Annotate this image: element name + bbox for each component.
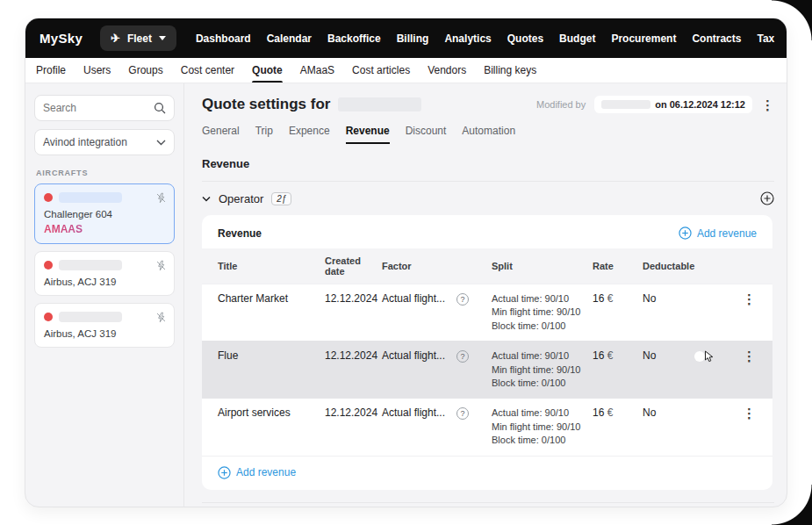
currency-symbol: € xyxy=(607,406,614,419)
split-min-flight-time: Min flight time: 90/10 xyxy=(492,306,593,319)
aircraft-model: Challenger 604 xyxy=(44,209,165,219)
subnav-vendors[interactable]: Vendors xyxy=(428,58,466,83)
tab-discount[interactable]: Discount xyxy=(406,125,447,144)
cell-rate: 16 € xyxy=(593,292,643,305)
panel-title: Revenue xyxy=(218,227,262,240)
redacted-tail-number xyxy=(59,192,122,203)
aircrafts-section-label: AIRCRAFTS xyxy=(36,169,173,177)
row-kebab-menu-icon[interactable]: ⋮ xyxy=(743,292,757,306)
col-title: Title xyxy=(218,261,325,271)
cell-rate: 16 € xyxy=(593,406,643,419)
split-block-time: Block time: 0/100 xyxy=(492,377,593,390)
nav-backoffice[interactable]: Backoffice xyxy=(327,18,381,58)
cell-factor: Actual flight... xyxy=(382,292,456,305)
cell-created-date: 12.12.2024 xyxy=(325,292,382,305)
modified-by-label: Modified by xyxy=(536,99,586,110)
row-kebab-menu-icon[interactable]: ⋮ xyxy=(743,349,757,363)
tab-revenue[interactable]: Revenue xyxy=(346,125,390,144)
nav-tax[interactable]: Tax xyxy=(757,18,774,58)
modified-by-area: Modified by on 06.12.2024 12:12 ⋮ xyxy=(536,96,774,113)
help-circle-icon[interactable]: ? xyxy=(456,407,469,420)
tab-expence[interactable]: Expence xyxy=(289,125,330,144)
nav-quotes[interactable]: Quotes xyxy=(507,18,543,58)
cell-split: Actual time: 90/10 Min flight time: 90/1… xyxy=(492,406,593,447)
panel-header: Revenue Add revenue xyxy=(202,225,772,248)
settings-sub-navigation: Profile Users Groups Cost center Quote A… xyxy=(25,58,787,83)
quote-settings-main: Quote settings for Modified by on 06.12.… xyxy=(184,83,787,507)
status-dot-red xyxy=(44,261,53,270)
split-block-time: Block time: 0/100 xyxy=(492,320,593,333)
table-header-row: Title Created date Factor Split Rate Ded… xyxy=(202,248,772,284)
help-circle-icon[interactable]: ? xyxy=(456,350,469,363)
subnav-users[interactable]: Users xyxy=(83,58,111,83)
main-menu: Dashboard Calendar Backoffice Billing An… xyxy=(196,18,787,58)
aircraft-card-airbus-2[interactable]: Airbus, ACJ 319 xyxy=(34,303,175,348)
split-min-flight-time: Min flight time: 90/10 xyxy=(492,421,593,434)
header-kebab-menu-icon[interactable]: ⋮ xyxy=(761,98,774,111)
fleet-selector[interactable]: ✈ Fleet xyxy=(100,25,176,51)
add-revenue-label: Add revenue xyxy=(236,466,296,478)
integration-select-value: Avinod integration xyxy=(43,136,151,148)
top-navigation-bar: MySky ✈ Fleet Dashboard Calendar Backoff… xyxy=(25,18,787,58)
operator-add-icon[interactable] xyxy=(760,191,774,205)
nav-procurement[interactable]: Procurement xyxy=(611,18,676,58)
add-revenue-link-bottom[interactable]: Add revenue xyxy=(218,466,757,479)
modified-date: on 06.12.2024 12:12 xyxy=(655,99,745,110)
row-kebab-menu-icon[interactable]: ⋮ xyxy=(743,406,757,420)
add-revenue-link-top[interactable]: Add revenue xyxy=(679,227,757,240)
split-actual-time: Actual time: 90/10 xyxy=(492,292,593,306)
col-rate: Rate xyxy=(593,261,643,271)
tab-trip[interactable]: Trip xyxy=(255,125,273,144)
aircraft-tag-amaas: AMAAS xyxy=(44,223,165,235)
col-split: Split xyxy=(492,261,593,271)
split-actual-time: Actual time: 90/10 xyxy=(492,349,593,363)
cell-created-date: 12.12.2024 xyxy=(325,406,382,419)
cell-rate: 16 € xyxy=(593,349,643,362)
status-dot-red xyxy=(44,313,53,321)
nav-billing[interactable]: Billing xyxy=(397,18,429,58)
flash-off-icon xyxy=(155,312,167,323)
tab-general[interactable]: General xyxy=(202,125,240,144)
nav-analytics[interactable]: Analytics xyxy=(444,18,491,58)
col-deductable: Deductable xyxy=(643,261,707,271)
flash-off-icon xyxy=(155,192,167,204)
aircraft-card-top xyxy=(44,312,165,322)
operator-factor-badge: 2ƒ xyxy=(271,192,291,205)
subnav-profile[interactable]: Profile xyxy=(36,58,66,83)
revenue-section-title: Revenue xyxy=(202,157,787,170)
subnav-groups[interactable]: Groups xyxy=(128,58,162,83)
subnav-billing-keys[interactable]: Billing keys xyxy=(484,58,536,83)
help-circle-icon[interactable]: ? xyxy=(456,293,469,306)
nav-calendar[interactable]: Calendar xyxy=(267,18,312,58)
cell-split: Actual time: 90/10 Min flight time: 90/1… xyxy=(492,292,593,333)
aircraft-card-challenger-604[interactable]: Challenger 604 AMAAS xyxy=(34,183,175,244)
subnav-cost-center[interactable]: Cost center xyxy=(181,58,234,83)
integration-select[interactable]: Avinod integration xyxy=(34,129,175,155)
redacted-tail-number xyxy=(59,312,122,322)
subnav-amaas[interactable]: AMaaS xyxy=(300,58,334,83)
chevron-down-icon[interactable] xyxy=(202,196,211,202)
page-title-text: Quote settings for xyxy=(202,96,330,113)
nav-budget[interactable]: Budget xyxy=(559,18,595,58)
operator-group-name[interactable]: Operator xyxy=(219,192,263,205)
cell-created-date: 12.12.2024 xyxy=(325,349,382,362)
nav-contracts[interactable]: Contracts xyxy=(692,18,741,58)
fleet-label: Fleet xyxy=(127,32,152,45)
nav-dashboard[interactable]: Dashboard xyxy=(196,18,251,58)
cell-split: Actual time: 90/10 Min flight time: 90/1… xyxy=(492,349,593,390)
plus-circle-icon xyxy=(679,227,692,240)
aircraft-card-airbus-1[interactable]: Airbus, ACJ 319 xyxy=(34,251,175,296)
currency-symbol: € xyxy=(607,349,614,362)
currency-symbol: € xyxy=(607,292,614,305)
airplane-icon: ✈ xyxy=(111,32,120,44)
owner-group-row: Owner 2ƒ xyxy=(202,503,774,507)
redacted-user-name xyxy=(601,100,650,109)
table-row: Airport services 12.12.2024 Actual fligh… xyxy=(202,398,772,455)
table-row: Charter Market 12.12.2024 Actual flight.… xyxy=(202,284,772,341)
modified-by-pill: on 06.12.2024 12:12 xyxy=(594,96,752,113)
aircraft-card-top xyxy=(44,192,165,203)
search-input[interactable] xyxy=(43,102,148,114)
tab-automation[interactable]: Automation xyxy=(462,125,515,144)
subnav-cost-articles[interactable]: Cost articles xyxy=(352,58,410,83)
subnav-quote[interactable]: Quote xyxy=(252,58,283,83)
